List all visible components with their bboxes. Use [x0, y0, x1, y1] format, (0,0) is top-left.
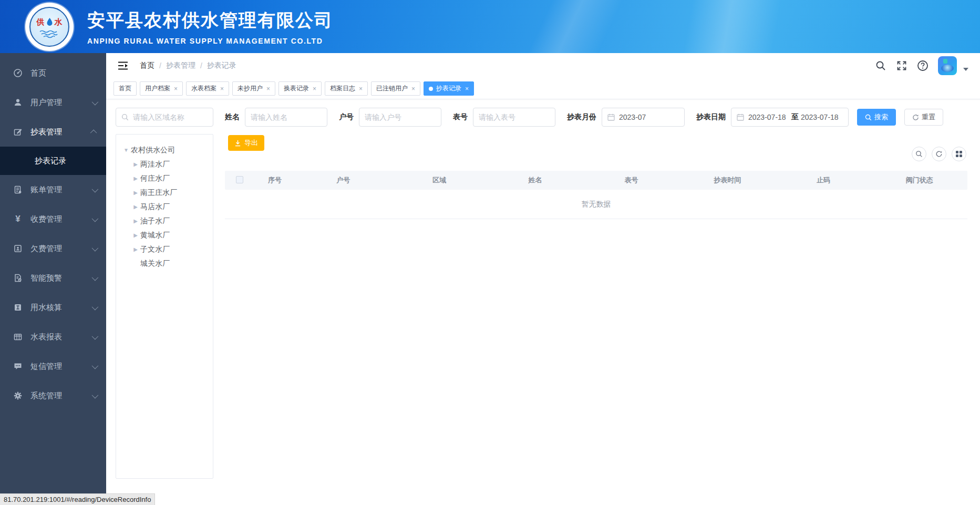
date-end-input[interactable] [801, 113, 842, 121]
sidebar-item-sms[interactable]: 短信管理 [0, 352, 106, 381]
tab-user-archive[interactable]: 用户档案× [140, 81, 183, 96]
sidebar-item-alerts[interactable]: 智能预警 [0, 263, 106, 293]
sidebar-item-water-accounting[interactable]: 用水核算 [0, 293, 106, 322]
sidebar-item-label: 账单管理 [30, 185, 62, 195]
sidebar-item-users[interactable]: 用户管理 [0, 88, 106, 117]
month-input[interactable] [619, 113, 679, 121]
tree-node[interactable]: ▶ 子文水厂 [120, 242, 209, 256]
chevron-down-icon [92, 362, 99, 369]
dashboard-icon [13, 68, 23, 78]
sidebar-item-system[interactable]: 系统管理 [0, 381, 106, 410]
sidebar-subitem-label: 抄表记录 [35, 156, 66, 166]
sidebar-collapse-icon[interactable] [118, 60, 129, 71]
select-all-checkbox[interactable] [236, 176, 243, 183]
area-search-field[interactable] [116, 108, 213, 127]
reset-button[interactable]: 重置 [904, 109, 943, 126]
table-search-icon[interactable] [912, 147, 926, 161]
tab-meter-change-records[interactable]: 换表记录× [278, 81, 322, 96]
close-icon[interactable]: × [411, 86, 415, 92]
sidebar-item-meter-records[interactable]: 抄表记录 [0, 147, 106, 175]
refresh-icon[interactable] [932, 147, 946, 161]
chevron-down-icon [92, 98, 99, 105]
tree-node[interactable]: ▶ 两洼水厂 [120, 157, 209, 171]
breadcrumb-home[interactable]: 首页 [140, 61, 154, 70]
account-input[interactable] [365, 113, 436, 121]
caret-right-icon[interactable]: ▶ [132, 246, 139, 252]
meter-input[interactable] [479, 113, 550, 121]
caret-right-icon[interactable]: ▶ [132, 232, 139, 238]
chevron-down-icon [92, 333, 99, 339]
tree-node-root[interactable]: ▼ 农村供水公司 [120, 143, 209, 157]
name-input[interactable] [251, 113, 322, 121]
tree-node[interactable]: ▶ 油子水厂 [120, 214, 209, 228]
gear-icon [13, 390, 23, 401]
breadcrumb: 首页 / 抄表管理 / 抄表记录 [140, 61, 236, 70]
column-header-area: 区域 [391, 176, 488, 185]
tree-node[interactable]: ▶ 黄城水厂 [120, 228, 209, 242]
close-icon[interactable]: × [465, 86, 469, 92]
bill-icon [13, 184, 23, 195]
tree-node[interactable]: ▶ 何庄水厂 [120, 171, 209, 185]
chevron-down-icon [92, 244, 99, 251]
waves-icon [39, 30, 60, 39]
report-icon [13, 332, 23, 342]
close-icon[interactable]: × [266, 86, 270, 92]
close-icon[interactable]: × [174, 86, 178, 92]
records-panel: 导出 [225, 134, 967, 505]
help-icon[interactable] [917, 60, 929, 71]
column-header-valve-status: 阀门状态 [871, 176, 967, 185]
column-settings-icon[interactable] [952, 147, 966, 161]
caret-right-icon[interactable]: ▶ [132, 204, 139, 210]
tree-node[interactable]: ▶ 南王庄水厂 [120, 185, 209, 200]
sidebar-item-meter-reports[interactable]: 水表报表 [0, 322, 106, 352]
sidebar-item-label: 收费管理 [30, 214, 62, 224]
breadcrumb-separator: / [159, 61, 161, 70]
caret-right-icon[interactable]: ▶ [132, 190, 139, 195]
logo-seal: 供 水 [29, 7, 69, 47]
sidebar-item-meter-management[interactable]: 抄表管理 [0, 117, 106, 147]
caret-right-icon[interactable]: ▶ [132, 176, 139, 181]
avatar[interactable] [938, 56, 957, 75]
fullscreen-icon[interactable] [896, 60, 907, 71]
caret-down-icon[interactable]: ▼ [122, 147, 130, 153]
tab-unread-users[interactable]: 未抄用户× [232, 81, 275, 96]
search-icon [121, 114, 129, 121]
search-button[interactable]: 搜索 [857, 109, 896, 126]
account-field[interactable] [359, 108, 441, 127]
sidebar-item-arrears[interactable]: 欠费管理 [0, 234, 106, 263]
chevron-down-icon [92, 274, 99, 281]
tab-meter-records[interactable]: 抄表记录× [424, 81, 474, 96]
close-icon[interactable]: × [313, 86, 316, 92]
tree-node[interactable]: ▶ 马店水厂 [120, 200, 209, 214]
close-icon[interactable]: × [220, 86, 224, 92]
tree-node[interactable]: 城关水厂 [120, 256, 209, 271]
edit-icon [13, 127, 23, 137]
sidebar-item-home[interactable]: 首页 [0, 58, 106, 88]
caret-right-icon[interactable]: ▶ [132, 218, 139, 224]
name-field[interactable] [245, 108, 327, 127]
company-title: 安平县农村供水管理有限公司 [87, 8, 333, 33]
column-header-read-time: 抄表时间 [679, 176, 776, 185]
tab-home[interactable]: 首页 [114, 81, 137, 96]
month-picker[interactable] [602, 108, 685, 127]
caret-right-icon[interactable]: ▶ [132, 161, 139, 167]
tab-cancelled-users[interactable]: 已注销用户× [371, 81, 420, 96]
sidebar-item-bills[interactable]: 账单管理 [0, 175, 106, 204]
water-drop-icon [46, 18, 53, 27]
search-icon[interactable] [875, 60, 886, 71]
sidebar-item-label: 用户管理 [30, 98, 62, 108]
avatar-caret-down-icon[interactable] [963, 68, 968, 71]
sidebar-item-fees[interactable]: ¥ 收费管理 [0, 204, 106, 234]
sidebar-item-label: 首页 [30, 68, 46, 78]
area-tree-panel: ▼ 农村供水公司 ▶ 两洼水厂 ▶ 何庄水厂 ▶ 南王庄水厂 [116, 134, 213, 479]
area-search-input[interactable] [133, 113, 208, 121]
table-actions: 导出 [225, 134, 967, 161]
date-start-input[interactable] [748, 113, 789, 121]
refresh-icon [912, 114, 919, 121]
close-icon[interactable]: × [359, 86, 363, 92]
tab-archive-logs[interactable]: 档案日志× [325, 81, 368, 96]
tab-meter-archive[interactable]: 水表档案× [186, 81, 229, 96]
meter-field[interactable] [473, 108, 555, 127]
export-button[interactable]: 导出 [228, 135, 264, 151]
date-range-picker[interactable]: 至 [731, 108, 849, 127]
